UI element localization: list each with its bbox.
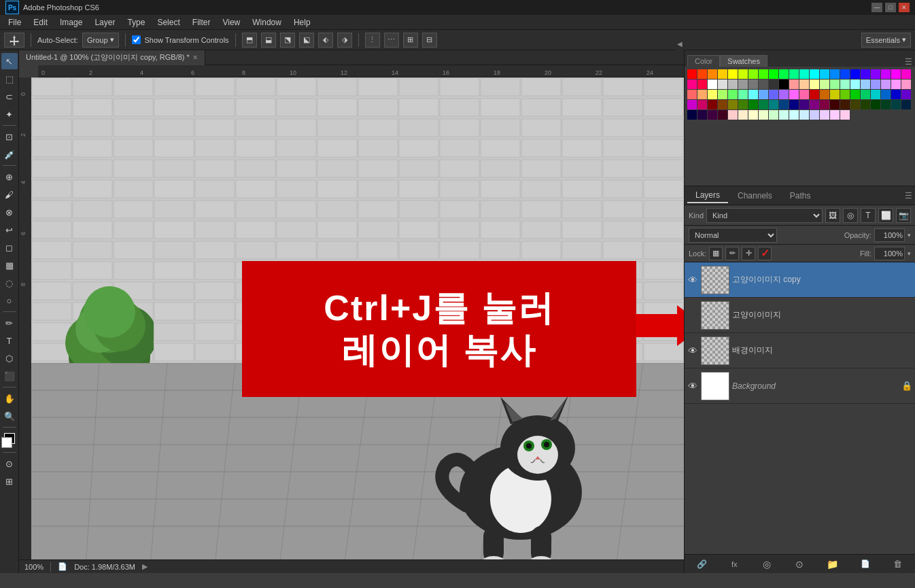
layer-row[interactable]: 👁고양이이미지 copy [685,262,915,298]
tab-color[interactable]: Color [687,55,720,67]
swatch[interactable] [820,80,829,89]
layer-visibility-icon[interactable]: 👁 [687,275,698,286]
swatch[interactable] [728,100,738,109]
hand-tool[interactable]: ✋ [1,390,18,407]
swatch[interactable] [901,100,911,109]
swatch[interactable] [748,100,758,109]
swatch[interactable] [728,90,738,99]
swatch[interactable] [830,69,840,79]
swatch[interactable] [789,80,799,89]
swatch[interactable] [769,100,778,109]
swatch[interactable] [708,80,717,89]
swatch[interactable] [748,110,758,120]
swatch[interactable] [708,110,717,120]
magic-wand-tool[interactable]: ✦ [1,106,18,122]
menu-item-window[interactable]: Window [247,16,287,29]
swatch[interactable] [738,100,748,109]
heal-tool[interactable]: ⊕ [1,169,18,185]
layer-new-icon[interactable]: 📄 [858,557,873,572]
swatch[interactable] [830,100,840,109]
filter-type-icon[interactable]: T [861,208,876,223]
screen-mode-tool[interactable]: ⊞ [1,473,18,489]
swatch[interactable] [718,100,727,109]
filter-shape-icon[interactable]: ⬜ [878,208,893,223]
swatch[interactable] [820,100,829,109]
close-button[interactable]: ✕ [899,3,910,12]
background-color[interactable] [1,437,12,448]
tab-channels[interactable]: Channels [729,189,780,203]
swatch[interactable] [738,69,748,79]
clone-tool[interactable]: ⊗ [1,204,18,220]
swatch[interactable] [820,90,829,99]
swatch[interactable] [697,90,707,99]
menu-item-file[interactable]: File [3,16,27,29]
text-tool[interactable]: T [1,332,18,349]
canvas-tab[interactable]: Untitled-1 @ 100% (고양이이미지 copy, RGB/8) *… [19,50,205,65]
swatch[interactable] [759,100,768,109]
swatch[interactable] [881,80,891,89]
swatch[interactable] [891,100,901,109]
swatch[interactable] [799,80,809,89]
show-transform-checkbox[interactable] [132,35,141,44]
swatch[interactable] [748,69,758,79]
swatch[interactable] [891,69,901,79]
swatch[interactable] [718,69,727,79]
swatch[interactable] [687,110,697,120]
swatch[interactable] [881,100,891,109]
swatch[interactable] [687,90,697,99]
swatch[interactable] [861,100,870,109]
gradient-tool[interactable]: ▦ [1,257,18,273]
layer-visibility-icon[interactable] [687,310,698,321]
swatch[interactable] [891,80,901,89]
lock-paint-icon[interactable]: ✏ [725,247,739,260]
lock-transparent-icon[interactable]: ▦ [709,247,723,260]
swatch[interactable] [779,100,789,109]
swatch[interactable] [769,69,778,79]
swatch[interactable] [789,90,799,99]
blend-mode-select[interactable]: Normal [689,228,777,243]
align-left-icon[interactable]: ⬒ [242,33,257,48]
swatch[interactable] [850,90,860,99]
swatch[interactable] [779,69,789,79]
swatch[interactable] [789,100,799,109]
swatch[interactable] [861,90,870,99]
filter-smart-icon[interactable]: 📷 [896,208,911,223]
distribute-v-icon[interactable]: ⋯ [384,33,399,48]
swatch[interactable] [779,80,789,89]
tab-close-icon[interactable]: ✕ [192,54,198,61]
swatch[interactable] [820,69,829,79]
swatch[interactable] [840,90,850,99]
swatch[interactable] [871,90,880,99]
swatch[interactable] [779,110,789,120]
minimize-button[interactable]: — [871,3,882,12]
swatch[interactable] [840,69,850,79]
layer-fx-icon[interactable]: fx [727,557,742,572]
align-center-v-icon[interactable]: ⬓ [261,33,276,48]
swatch[interactable] [901,90,911,99]
filter-adjust-icon[interactable]: ◎ [843,208,858,223]
layer-row[interactable]: 👁배경이미지 [685,333,915,368]
swatch[interactable] [728,110,738,120]
menu-item-view[interactable]: View [217,16,245,29]
align-top-icon[interactable]: ⬕ [299,33,314,48]
swatch[interactable] [840,110,850,120]
menu-item-image[interactable]: Image [54,16,88,29]
swatch[interactable] [687,100,697,109]
distribute-h-icon[interactable]: ⋮ [365,33,380,48]
maximize-button[interactable]: □ [885,3,896,12]
lasso-tool[interactable]: ⊂ [1,88,18,105]
distribute2-icon[interactable]: ⊞ [403,33,418,48]
swatch[interactable] [708,69,717,79]
swatch[interactable] [687,69,697,79]
distribute3-icon[interactable]: ⊟ [422,33,437,48]
blur-tool[interactable]: ◌ [1,275,18,291]
swatch[interactable] [759,90,768,99]
tab-layers[interactable]: Layers [687,188,728,203]
swatch[interactable] [728,69,738,79]
swatch[interactable] [687,80,697,89]
swatch[interactable] [738,110,748,120]
move-tool[interactable]: ↖ [1,53,18,69]
autoselect-dropdown[interactable]: Group ▾ [82,33,119,48]
swatch[interactable] [789,110,799,120]
swatch[interactable] [718,110,727,120]
